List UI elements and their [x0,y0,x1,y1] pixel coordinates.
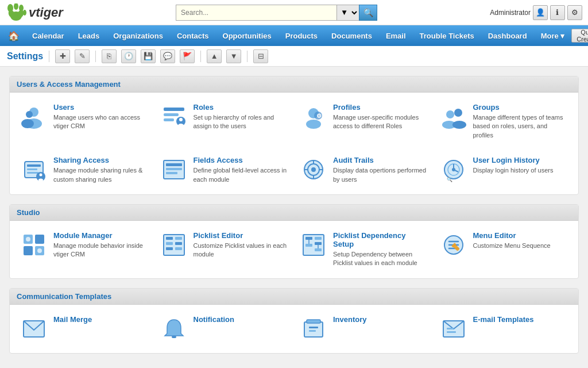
notification-item[interactable]: Notification [157,312,292,346]
settings-icon-btn[interactable]: ⚙ [567,5,582,20]
copy-button[interactable]: ⎘ [102,49,117,63]
inventory-content: Inventory [333,315,428,325]
roles-item[interactable]: Roles Set up hierarchy of roles and assi… [157,99,292,143]
roles-title[interactable]: Roles [194,103,289,112]
svg-point-53 [26,237,30,241]
nav-products[interactable]: Products [278,25,324,46]
audit-desc: Display data opertions performed by user… [333,166,428,184]
picklist-dep-item[interactable]: Picklist Dependency Setup Setup Dependen… [296,228,432,271]
picklist-dep-desc: Setup Dependency between Picklist values… [333,250,428,268]
svg-rect-83 [447,328,454,329]
login-history-content: User Login History Display login history… [473,156,568,175]
picklist-editor-item[interactable]: Picklist Editor Customize Picklist value… [157,228,292,271]
svg-rect-59 [175,242,182,245]
nav-calendar[interactable]: Calendar [25,25,71,46]
fields-content: Fields Access Define global field-level … [194,156,289,184]
users-item[interactable]: Users Manage users who can access vtiger… [17,99,152,143]
nav-organizations[interactable]: Organizations [106,25,170,46]
add-button[interactable]: ✚ [55,49,70,63]
svg-rect-64 [315,237,322,240]
svg-point-54 [37,248,42,253]
search-input[interactable] [176,5,336,21]
inventory-item[interactable]: Inventory [296,312,432,346]
users-title[interactable]: Users [53,103,149,112]
admin-label: Administrator [490,9,531,17]
groups-title[interactable]: Groups [473,103,568,112]
profiles-title[interactable]: Profiles [333,103,428,112]
nav-documents[interactable]: Documents [324,25,379,46]
mail-merge-item[interactable]: Mail Merge [17,312,152,346]
logo-text: vtiger [29,5,63,20]
comment-button[interactable]: 💬 [160,49,175,63]
page-header: Settings ✚ ✎ ⎘ 🕐 💾 💬 🚩 ▲ ▼ ⊟ [0,46,588,67]
edit-button[interactable]: ✎ [75,49,90,63]
menu-editor-title[interactable]: Menu Editor [473,231,568,240]
notification-title[interactable]: Notification [194,315,289,324]
audit-title[interactable]: Audit Trails [333,156,428,164]
users-desc: Manage users who can access vtiger CRM [53,113,149,131]
fields-access-item[interactable]: Fields Access Define global field-level … [157,152,292,187]
user-icon-btn[interactable]: 👤 [533,5,548,20]
groups-item[interactable]: Groups Manage different types of teams b… [436,99,572,143]
quick-create-button[interactable]: Quick Create... ▾ [571,29,588,43]
info-icon-btn[interactable]: ℹ [550,5,565,20]
flag-button[interactable]: 🚩 [180,49,195,63]
save-button[interactable]: 💾 [141,49,156,63]
nav-opportunities[interactable]: Opportunities [216,25,278,46]
profiles-item[interactable]: ⚙ Profiles Manage user-specific modules … [296,99,432,143]
module-manager-item[interactable]: Module Manager Manage module behavior in… [17,228,152,271]
table-button[interactable]: ⊟ [253,49,268,63]
nav-trouble-tickets[interactable]: Trouble Tickets [413,25,481,46]
nav-home[interactable]: 🏠 [2,25,25,46]
nav-dashboard[interactable]: Dashboard [481,25,534,46]
audit-icon [300,156,327,183]
svg-point-21 [446,110,454,118]
svg-rect-12 [164,113,179,116]
svg-rect-60 [166,247,173,250]
down-button[interactable]: ▼ [226,49,241,63]
nav-contacts[interactable]: Contacts [170,25,216,46]
svg-rect-81 [309,330,316,332]
clock-button[interactable]: 🕐 [121,49,136,63]
module-manager-title[interactable]: Module Manager [53,231,149,240]
svg-rect-27 [27,168,37,170]
svg-point-31 [38,179,43,182]
svg-rect-28 [27,172,38,174]
picklist-dep-title[interactable]: Picklist Dependency Setup [333,231,428,248]
user-login-history-item[interactable]: 🔍 User Login History Display login histo… [436,152,572,187]
mail-merge-title[interactable]: Mail Merge [53,315,149,324]
audit-content: Audit Trails Display data opertions perf… [333,156,428,184]
sharing-icon [20,156,48,183]
studio-section: Studio Module Manager Manage module beha [9,204,579,279]
nav-more[interactable]: More ▾ [534,25,572,46]
nav-email[interactable]: Email [379,25,413,46]
inventory-title[interactable]: Inventory [333,315,428,324]
users-access-items: Users Manage users who can access vtiger… [10,93,578,194]
email-templates-title[interactable]: E-mail Templates [473,315,568,324]
svg-point-1 [14,3,18,10]
login-history-title[interactable]: User Login History [473,156,568,164]
communication-section: Communication Templates Mail Merge [9,288,579,354]
audit-trails-item[interactable]: Audit Trails Display data opertions perf… [296,152,432,187]
roles-content: Roles Set up hierarchy of roles and assi… [194,103,289,131]
svg-rect-67 [315,242,322,245]
svg-rect-13 [164,118,174,121]
nav-leads[interactable]: Leads [71,25,107,46]
sharing-access-item[interactable]: Sharing Access Manage module sharing rul… [17,152,152,187]
svg-rect-78 [304,322,323,337]
up-button[interactable]: ▲ [207,49,222,63]
toolbar-separator-4 [247,51,247,62]
fields-title[interactable]: Fields Access [194,156,289,164]
search-dropdown[interactable]: ▼ [336,5,359,21]
search-area: ▼ 🔍 [176,5,377,21]
email-templates-item[interactable]: E-mail Templates [436,312,572,346]
module-manager-desc: Manage module behavior inside vtiger CRM [53,241,149,259]
search-button[interactable]: 🔍 [359,5,377,21]
logo-paw-icon [6,3,26,22]
inventory-icon [300,315,327,343]
toolbar-separator-3 [200,51,201,62]
picklist-title[interactable]: Picklist Editor [194,231,289,240]
svg-rect-77 [172,336,176,338]
sharing-title[interactable]: Sharing Access [53,156,149,164]
menu-editor-item[interactable]: Menu Editor Customize Menu Sequence [436,228,572,271]
